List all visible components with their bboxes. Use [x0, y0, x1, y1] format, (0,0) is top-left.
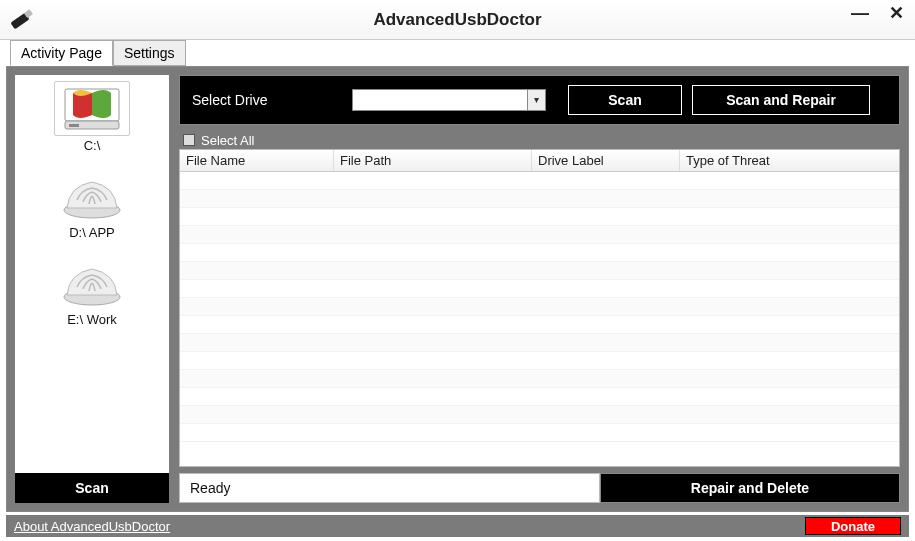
- table-row: [180, 406, 899, 424]
- external-drive-icon: [56, 258, 128, 308]
- about-link[interactable]: About AdvancedUsbDoctor: [14, 519, 170, 534]
- table-row: [180, 334, 899, 352]
- column-drive-label[interactable]: Drive Label: [532, 150, 680, 171]
- drive-item-c[interactable]: C:\: [15, 81, 169, 153]
- app-icon: [6, 4, 38, 36]
- drive-select-input[interactable]: [353, 90, 527, 110]
- scan-and-repair-button[interactable]: Scan and Repair: [692, 85, 870, 115]
- scan-button[interactable]: Scan: [568, 85, 682, 115]
- status-text: Ready: [179, 473, 600, 503]
- drive-label: C:\: [15, 138, 169, 153]
- table-header: File Name File Path Drive Label Type of …: [180, 150, 899, 172]
- table-row: [180, 172, 899, 190]
- footer: About AdvancedUsbDoctor Donate: [6, 515, 909, 537]
- drive-label: D:\ APP: [15, 225, 169, 240]
- table-row: [180, 370, 899, 388]
- chevron-down-icon[interactable]: ▾: [527, 90, 545, 110]
- table-row: [180, 190, 899, 208]
- status-bar: Ready Repair and Delete: [179, 473, 900, 503]
- drive-item-e[interactable]: E:\ Work: [15, 258, 169, 327]
- select-all-row: Select All: [179, 131, 900, 149]
- tabs-bar: Activity Page Settings: [0, 40, 915, 66]
- table-row: [180, 244, 899, 262]
- repair-and-delete-button[interactable]: Repair and Delete: [600, 473, 900, 503]
- tab-settings[interactable]: Settings: [113, 40, 186, 66]
- column-file-name[interactable]: File Name: [180, 150, 334, 171]
- svg-rect-4: [69, 124, 79, 127]
- window-controls: — ✕: [849, 4, 907, 26]
- table-section: Select All File Name File Path Drive Lab…: [179, 131, 900, 467]
- drive-sidebar: C:\ D:\ APP: [15, 75, 169, 503]
- table-row: [180, 298, 899, 316]
- drive-item-d[interactable]: D:\ APP: [15, 171, 169, 240]
- minimize-button[interactable]: —: [849, 4, 871, 26]
- tab-activity-page[interactable]: Activity Page: [10, 40, 113, 66]
- drive-select-combo[interactable]: ▾: [352, 89, 546, 111]
- table-row: [180, 388, 899, 406]
- content-area: C:\ D:\ APP: [6, 66, 909, 512]
- table-row: [180, 208, 899, 226]
- select-all-label: Select All: [201, 133, 254, 148]
- drive-label: E:\ Work: [15, 312, 169, 327]
- window-title: AdvancedUsbDoctor: [0, 10, 915, 30]
- column-threat-type[interactable]: Type of Threat: [680, 150, 899, 171]
- table-body: [180, 172, 899, 466]
- donate-button[interactable]: Donate: [805, 517, 901, 535]
- content-row: C:\ D:\ APP: [15, 75, 900, 503]
- main-panel: Select Drive ▾ Scan Scan and Repair Sele…: [179, 75, 900, 503]
- table-row: [180, 424, 899, 442]
- results-table: File Name File Path Drive Label Type of …: [179, 149, 900, 467]
- titlebar: AdvancedUsbDoctor — ✕: [0, 0, 915, 40]
- external-drive-icon: [56, 171, 128, 221]
- table-row: [180, 352, 899, 370]
- select-drive-label: Select Drive: [192, 92, 342, 108]
- hard-drive-icon: [54, 81, 130, 136]
- table-row: [180, 226, 899, 244]
- select-all-checkbox[interactable]: [183, 134, 195, 146]
- sidebar-scan-button[interactable]: Scan: [15, 473, 169, 503]
- table-row: [180, 262, 899, 280]
- table-row: [180, 316, 899, 334]
- close-button[interactable]: ✕: [885, 4, 907, 26]
- column-file-path[interactable]: File Path: [334, 150, 532, 171]
- select-drive-bar: Select Drive ▾ Scan Scan and Repair: [179, 75, 900, 125]
- app-window: AdvancedUsbDoctor — ✕ Activity Page Sett…: [0, 0, 915, 541]
- table-row: [180, 280, 899, 298]
